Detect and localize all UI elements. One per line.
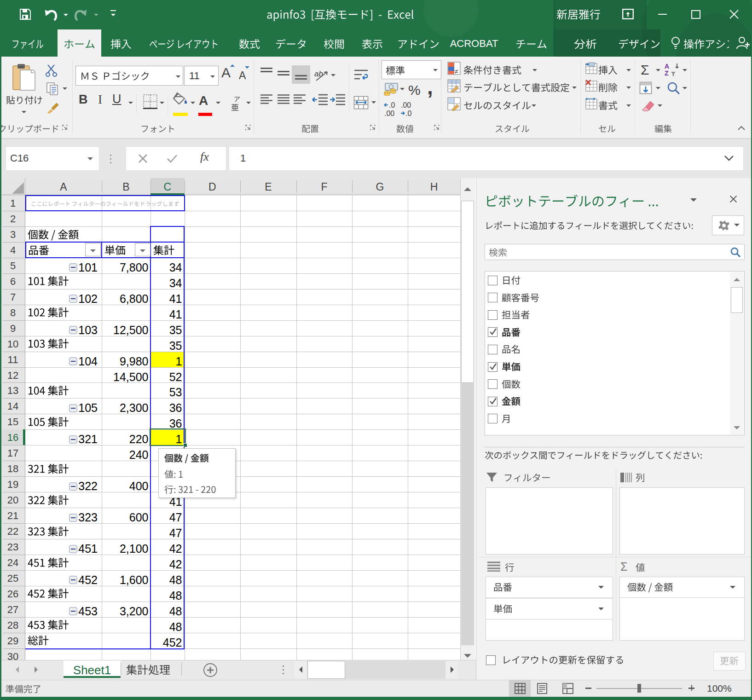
svg-text:.0: .0 [405, 110, 411, 117]
svg-text:.00: .00 [401, 101, 411, 109]
svg-text:Z: Z [665, 69, 669, 77]
svg-text:A: A [665, 63, 669, 70]
svg-text:≠: ≠ [455, 68, 458, 75]
svg-text:.0: .0 [389, 101, 395, 109]
svg-text:ab: ab [314, 69, 323, 78]
svg-text:.00: .00 [384, 110, 394, 117]
